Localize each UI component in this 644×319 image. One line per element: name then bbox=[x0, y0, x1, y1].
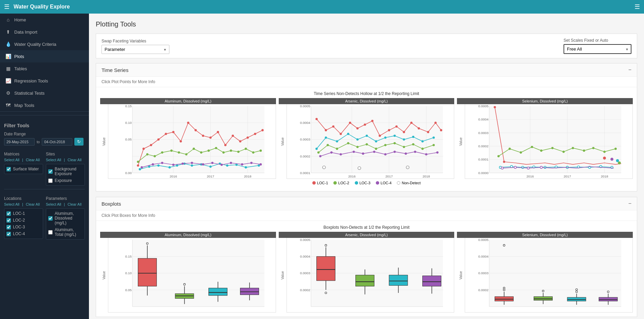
svg-point-24 bbox=[195, 129, 197, 131]
date-to-input[interactable] bbox=[42, 138, 72, 146]
al-dissolved-label: Aluminum, Dissolved (mg/L) bbox=[55, 211, 82, 225]
locations-list: LOC-1 LOC-2 LOC-3 LOC-4 bbox=[4, 208, 43, 239]
svg-point-39 bbox=[178, 151, 180, 154]
loc2-checkbox[interactable] bbox=[6, 218, 11, 223]
locations-select-all[interactable]: Select All bbox=[4, 202, 19, 206]
svg-point-76 bbox=[250, 162, 253, 164]
svg-point-57 bbox=[191, 164, 193, 167]
svg-point-18 bbox=[150, 144, 152, 146]
loc3-label: LOC-3 bbox=[13, 225, 25, 229]
param-al-total[interactable]: Aluminum, Total (mg/L) bbox=[48, 226, 83, 238]
al-dissolved-bp-body[interactable]: 0.15 0.10 0.05 bbox=[108, 238, 276, 313]
parameters-clear-all[interactable]: Clear All bbox=[68, 202, 81, 206]
svg-point-54 bbox=[168, 166, 171, 169]
sidebar-item-regression-tools[interactable]: 📈 Regression Tools bbox=[0, 75, 89, 87]
svg-point-99 bbox=[339, 133, 342, 135]
svg-text:0.0003: 0.0003 bbox=[300, 271, 311, 275]
location-loc1[interactable]: LOC-1 bbox=[6, 210, 41, 217]
boxplots-collapse-button[interactable]: − bbox=[628, 201, 631, 207]
sites-exposure-checkbox[interactable] bbox=[48, 179, 53, 183]
svg-point-101 bbox=[356, 127, 358, 130]
svg-point-100 bbox=[349, 121, 351, 124]
matrices-select-all[interactable]: Select All bbox=[4, 158, 19, 162]
hamburger-icon[interactable]: ☰ bbox=[4, 3, 10, 11]
svg-text:0.10: 0.10 bbox=[125, 121, 132, 125]
location-loc3[interactable]: LOC-3 bbox=[6, 224, 41, 230]
svg-text:2016: 2016 bbox=[527, 174, 534, 178]
al-total-checkbox[interactable] bbox=[48, 230, 53, 234]
sidebar-item-statistical-tests[interactable]: ⚙ Statistical Tests bbox=[0, 87, 89, 99]
time-series-chart-title: Time Series Non-Detects Hollow at 1/2 th… bbox=[100, 91, 633, 96]
svg-point-150 bbox=[436, 151, 439, 154]
app-title: Water Quality Explore bbox=[14, 4, 70, 10]
param-al-dissolved[interactable]: Aluminum, Dissolved (mg/L) bbox=[48, 210, 83, 226]
sites-exposure[interactable]: Exposure bbox=[48, 177, 83, 184]
legend-non-detect-icon bbox=[397, 181, 400, 185]
time-series-chart-area: Time Series Non-Detects Hollow at 1/2 th… bbox=[96, 87, 637, 191]
stats-icon: ⚙ bbox=[5, 90, 11, 96]
table-icon: ▦ bbox=[5, 66, 11, 71]
svg-point-140 bbox=[330, 151, 333, 154]
svg-point-120 bbox=[384, 144, 387, 146]
parameters-divider: | bbox=[64, 202, 65, 206]
time-series-collapse-button[interactable]: − bbox=[628, 67, 631, 73]
se-dissolved-bp-body[interactable]: 0.0005 0.0004 0.0003 0.0002 bbox=[465, 238, 633, 313]
location-loc4[interactable]: LOC-4 bbox=[6, 230, 41, 237]
as-dissolved-bp-body[interactable]: 0.0005 0.0004 0.0003 0.0002 bbox=[287, 238, 455, 313]
sidebar-nav: ⌂ Home ⬆ Data Import 💧 Water Quality Cri… bbox=[0, 14, 89, 112]
parameters-select-all[interactable]: Select All bbox=[46, 202, 61, 206]
sites-clear-all[interactable]: Clear All bbox=[68, 158, 81, 162]
as-dissolved-ts-body[interactable]: 0.0005 0.0004 0.0003 0.0002 0.0001 2016 … bbox=[287, 104, 455, 179]
date-from-input[interactable] bbox=[4, 138, 35, 146]
svg-point-138 bbox=[433, 136, 435, 139]
svg-point-123 bbox=[412, 143, 415, 146]
sites-background-checkbox[interactable] bbox=[48, 169, 53, 174]
svg-point-25 bbox=[202, 135, 204, 137]
matrices-clear-all[interactable]: Clear All bbox=[26, 158, 40, 162]
sites-background-exposure[interactable]: Background Exposure bbox=[48, 166, 83, 177]
refresh-button[interactable]: ↻ bbox=[74, 138, 84, 146]
svg-point-144 bbox=[373, 151, 375, 153]
sites-background-label: Background Exposure bbox=[55, 167, 82, 176]
sidebar: ⌂ Home ⬆ Data Import 💧 Water Quality Cri… bbox=[0, 14, 89, 319]
al-dissolved-ts-body[interactable]: 0.15 0.10 0.05 0.00 2016 2017 2018 bbox=[108, 104, 276, 179]
sidebar-item-home[interactable]: ⌂ Home bbox=[0, 14, 89, 26]
sidebar-item-label: Data Import bbox=[14, 30, 37, 35]
loc1-checkbox[interactable] bbox=[6, 211, 11, 216]
sidebar-item-map-tools[interactable]: 🗺 Map Tools bbox=[0, 99, 89, 111]
se-dissolved-ts-body[interactable]: 0.0005 0.0004 0.0003 0.0002 0.0001 0.000… bbox=[465, 104, 633, 179]
svg-text:0.05: 0.05 bbox=[125, 288, 132, 292]
svg-point-33 bbox=[261, 129, 264, 131]
svg-text:0.0002: 0.0002 bbox=[478, 144, 489, 148]
nav-bars-icon[interactable]: ☰ bbox=[634, 3, 640, 11]
sites-select-all[interactable]: Select All bbox=[46, 158, 61, 162]
sidebar-item-plots[interactable]: 📊 Plots bbox=[0, 50, 89, 62]
sidebar-item-water-quality-criteria[interactable]: 💧 Water Quality Criteria bbox=[0, 38, 89, 50]
svg-point-63 bbox=[245, 166, 247, 169]
svg-point-47 bbox=[237, 151, 240, 153]
sidebar-item-tables[interactable]: ▦ Tables bbox=[0, 62, 89, 75]
al-dissolved-checkbox[interactable] bbox=[48, 216, 53, 221]
scales-dropdown[interactable]: Free All bbox=[564, 44, 631, 54]
location-loc2[interactable]: LOC-2 bbox=[6, 217, 41, 224]
matrices-surface-water[interactable]: Surface Water bbox=[6, 166, 41, 172]
svg-point-35 bbox=[146, 153, 149, 156]
scales-label: Set Scales Fixed or Auto bbox=[564, 38, 631, 43]
svg-point-77 bbox=[260, 163, 262, 166]
sidebar-item-data-import[interactable]: ⬆ Data Import bbox=[0, 26, 89, 38]
boxplots-subtitle: Click Plot Boxes for More Info bbox=[96, 210, 637, 221]
loc4-checkbox[interactable] bbox=[6, 232, 11, 236]
as-dissolved-bp-header: Arsenic, Dissolved (mg/L) bbox=[279, 232, 455, 238]
svg-point-104 bbox=[379, 135, 381, 137]
svg-point-198 bbox=[501, 167, 504, 169]
svg-point-111 bbox=[434, 121, 437, 124]
locations-clear-all[interactable]: Clear All bbox=[26, 202, 40, 206]
svg-text:Date: Date bbox=[374, 178, 382, 179]
matrices-surface-water-checkbox[interactable] bbox=[6, 167, 11, 171]
swap-faceting-dropdown[interactable]: Parameter bbox=[102, 45, 169, 54]
svg-rect-154 bbox=[489, 106, 621, 173]
chart-icon: 📊 bbox=[5, 54, 11, 59]
matrices-label: Matrices bbox=[4, 152, 43, 156]
loc3-checkbox[interactable] bbox=[6, 225, 11, 229]
svg-point-21 bbox=[172, 131, 174, 133]
